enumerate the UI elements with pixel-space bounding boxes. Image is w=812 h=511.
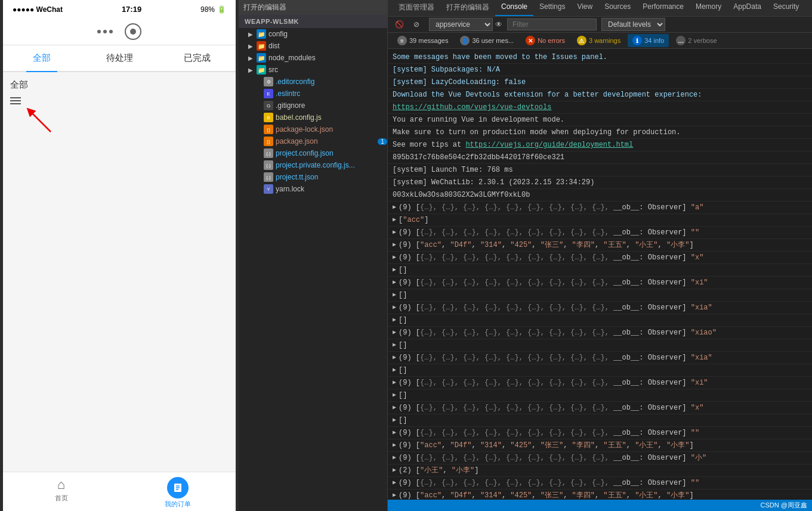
console-line-16[interactable]: ▶ []	[388, 264, 812, 277]
tree-item-config[interactable]: ▶ 📁 config	[239, 28, 387, 40]
tree-item-package[interactable]: {} package.json 1	[239, 135, 387, 147]
tab-console[interactable]: Console	[495, 0, 533, 16]
console-line-25[interactable]: ▶ (9) [{…}, {…}, {…}, {…}, {…}, {…}, {…}…	[388, 377, 812, 389]
filter-input[interactable]	[507, 18, 597, 30]
filter-errors[interactable]: ✕ No errors	[521, 34, 570, 47]
console-line-12[interactable]: ▶ ["acc"]	[388, 214, 812, 227]
console-line-31[interactable]: ▶ (9) [{…}, {…}, {…}, {…}, {…}, {…}, {…}…	[388, 452, 812, 464]
tab-open-editors[interactable]: 打开的编辑器	[440, 0, 495, 16]
tree-item-project-config[interactable]: {.} project.config.json	[239, 147, 387, 159]
console-line-23[interactable]: ▶ (9) [{…}, {…}, {…}, {…}, {…}, {…}, {…}…	[388, 352, 812, 364]
expand-arrow-13[interactable]: ▶	[393, 227, 396, 238]
expand-arrow-15[interactable]: ▶	[393, 252, 396, 263]
level-select[interactable]: Default levels	[601, 18, 665, 31]
filter-verbose[interactable]: … 2 verbose	[671, 34, 721, 47]
tree-item-package-lock[interactable]: {} package-lock.json	[239, 123, 387, 135]
pause-button[interactable]: ⊘	[411, 19, 422, 30]
clear-console-button[interactable]: 🚫	[393, 19, 406, 30]
dot3	[109, 30, 113, 33]
tree-item-project-tt[interactable]: {.} project.tt.json	[239, 171, 387, 183]
filter-user-messages[interactable]: 👤 36 user mes...	[455, 34, 518, 47]
expand-arrow-21[interactable]: ▶	[393, 327, 396, 338]
tab-view[interactable]: View	[571, 0, 598, 16]
tree-item-project-private[interactable]: {.} project.private.config.js...	[239, 159, 387, 171]
console-line-13[interactable]: ▶ (9) [{…}, {…}, {…}, {…}, {…}, {…}, {…}…	[388, 227, 812, 239]
tree-item-gitignore[interactable]: G .gitignore	[239, 100, 387, 112]
console-line-24[interactable]: ▶ []	[388, 364, 812, 377]
console-line-21[interactable]: ▶ (9) [{…}, {…}, {…}, {…}, {…}, {…}, {…}…	[388, 327, 812, 339]
nav-home[interactable]: ⌂ 首页	[3, 477, 119, 509]
console-line-text-30: (9) ["acc", "D4f", "314", "425", "张三", "…	[399, 440, 807, 451]
tab-page-manager[interactable]: 页面管理器	[393, 0, 440, 16]
expand-arrow-29[interactable]: ▶	[393, 428, 396, 438]
console-line-22[interactable]: ▶ []	[388, 339, 812, 352]
tree-item-yarn[interactable]: Y yarn.lock	[239, 183, 387, 195]
open-editors-toolbar[interactable]: 打开的编辑器	[239, 0, 387, 15]
tab-sources[interactable]: Sources	[598, 0, 637, 16]
console-line-18[interactable]: ▶ []	[388, 289, 812, 302]
filter-info[interactable]: ℹ 34 info	[628, 34, 669, 47]
tab-pending[interactable]: 待处理	[81, 45, 158, 71]
expand-arrow-30[interactable]: ▶	[393, 440, 396, 451]
filter-all-messages[interactable]: ≡ 39 messages	[393, 34, 453, 47]
eye-icon[interactable]: 👁	[495, 20, 502, 29]
console-line-27[interactable]: ▶ (9) [{…}, {…}, {…}, {…}, {…}, {…}, {…}…	[388, 402, 812, 414]
tab-all[interactable]: 全部	[3, 45, 81, 71]
phone-header	[3, 18, 236, 45]
tab-performance[interactable]: Performance	[637, 0, 690, 16]
expand-arrow-28[interactable]: ▶	[393, 415, 396, 426]
tab-completed[interactable]: 已完成	[158, 45, 236, 71]
user-count-badge: 👤	[460, 36, 470, 45]
tree-item-eslintrc[interactable]: E .eslintrc	[239, 88, 387, 100]
console-line-32[interactable]: ▶ (2) ["小王", "小李"]	[388, 464, 812, 477]
expand-arrow-11[interactable]: ▶	[393, 202, 396, 213]
console-line-26[interactable]: ▶ []	[388, 389, 812, 402]
record-button[interactable]	[125, 23, 141, 40]
expand-arrow-27[interactable]: ▶	[393, 402, 396, 413]
info-count-badge: ℹ	[632, 36, 642, 45]
file-name-config: config	[268, 30, 288, 38]
expand-arrow-26[interactable]: ▶	[393, 390, 396, 401]
expand-arrow-20[interactable]: ▶	[393, 315, 396, 326]
console-line-34[interactable]: ▶ (9) ["acc", "D4f", "314", "425", "张三",…	[388, 490, 812, 500]
orders-circle-icon	[167, 477, 189, 498]
tab-security[interactable]: Security	[767, 0, 805, 16]
expand-arrow-22[interactable]: ▶	[393, 340, 396, 351]
expand-arrow-17[interactable]: ▶	[393, 277, 396, 288]
tree-item-babel[interactable]: B babel.config.js	[239, 112, 387, 123]
filter-warnings[interactable]: ⚠ 3 warnings	[572, 34, 625, 47]
tab-memory[interactable]: Memory	[690, 0, 727, 16]
console-line-28[interactable]: ▶ []	[388, 414, 812, 427]
tree-item-dist[interactable]: ▶ 📁 dist	[239, 40, 387, 52]
console-line-15[interactable]: ▶ (9) [{…}, {…}, {…}, {…}, {…}, {…}, {…}…	[388, 252, 812, 264]
nav-orders[interactable]: 我的订单	[119, 477, 236, 509]
console-line-17[interactable]: ▶ (9) [{…}, {…}, {…}, {…}, {…}, {…}, {…}…	[388, 277, 812, 289]
expand-arrow-16[interactable]: ▶	[393, 265, 396, 275]
expand-arrow-33[interactable]: ▶	[393, 478, 396, 488]
expand-arrow-34[interactable]: ▶	[393, 490, 396, 500]
expand-arrow-19[interactable]: ▶	[393, 302, 396, 313]
expand-arrow-12[interactable]: ▶	[393, 215, 396, 225]
console-line-14[interactable]: ▶ (9) ["acc", "D4f", "314", "425", "张三",…	[388, 239, 812, 252]
expand-arrow-31[interactable]: ▶	[393, 453, 396, 463]
tree-item-node-modules[interactable]: ▶ 📁 node_modules	[239, 52, 387, 64]
expand-arrow-25[interactable]: ▶	[393, 377, 396, 388]
console-line-29[interactable]: ▶ (9) [{…}, {…}, {…}, {…}, {…}, {…}, {…}…	[388, 427, 812, 439]
expand-arrow-32[interactable]: ▶	[393, 465, 396, 476]
console-line-19[interactable]: ▶ (9) [{…}, {…}, {…}, {…}, {…}, {…}, {…}…	[388, 302, 812, 314]
expand-arrow-23[interactable]: ▶	[393, 352, 396, 363]
expand-arrow-24[interactable]: ▶	[393, 365, 396, 376]
expand-arrow-14[interactable]: ▶	[393, 240, 396, 250]
deployment-link[interactable]: https://vuejs.org/guide/deployment.html	[465, 141, 633, 149]
tab-appdata[interactable]: AppData	[727, 0, 767, 16]
console-line-11[interactable]: ▶ (9) [{…}, {…}, {…}, {…}, {…}, {…}, {…}…	[388, 202, 812, 214]
console-line-20[interactable]: ▶ []	[388, 314, 812, 327]
console-line-33[interactable]: ▶ (9) [{…}, {…}, {…}, {…}, {…}, {…}, {…}…	[388, 477, 812, 490]
tab-settings[interactable]: Settings	[533, 0, 571, 16]
orders-icon	[172, 482, 183, 493]
service-dropdown[interactable]: appservice	[429, 18, 493, 31]
expand-arrow-18[interactable]: ▶	[393, 290, 396, 301]
tree-item-src[interactable]: ▶ 📁 src	[239, 64, 387, 76]
console-line-30[interactable]: ▶ (9) ["acc", "D4f", "314", "425", "张三",…	[388, 439, 812, 452]
tree-item-editorconfig[interactable]: ⚙ .editorconfig	[239, 76, 387, 88]
